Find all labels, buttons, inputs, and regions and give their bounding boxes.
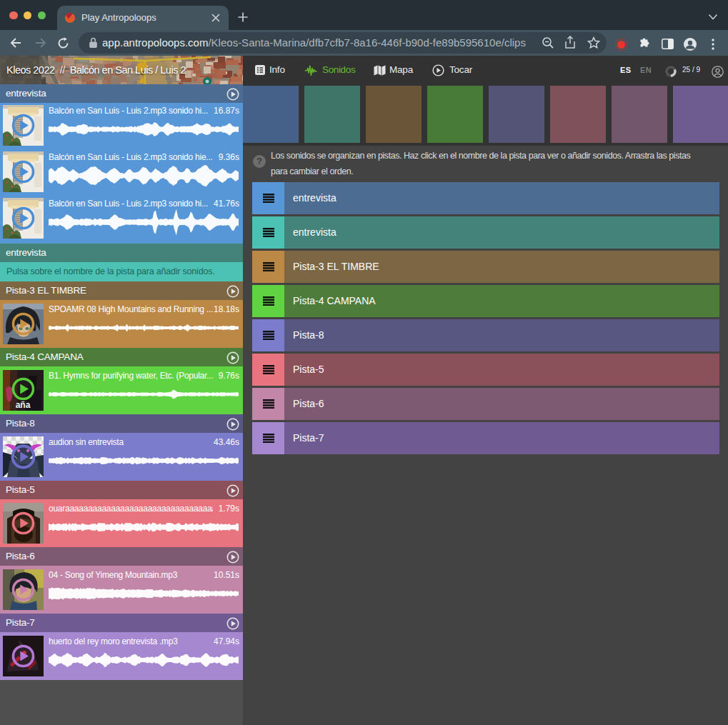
svg-text:aña: aña (16, 400, 31, 410)
